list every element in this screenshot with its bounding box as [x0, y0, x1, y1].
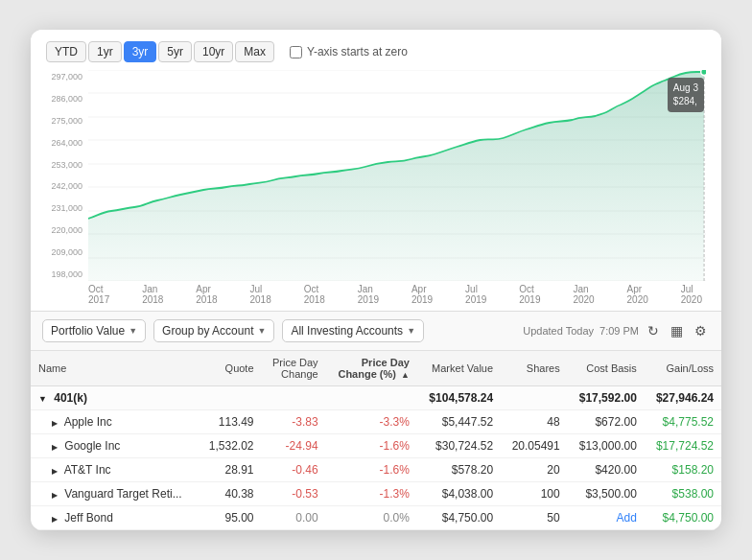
col-quote[interactable]: Quote: [198, 351, 261, 386]
y-label-0: 297,000: [46, 72, 86, 82]
row-day-change-pct-google: -1.6%: [326, 434, 417, 458]
row-quote-att: 28.91: [198, 458, 261, 482]
row-cost-basis-vanguard: $3,500.00: [568, 482, 645, 506]
row-name-apple[interactable]: ▶ Apple Inc: [31, 410, 198, 434]
time-btn-ytd[interactable]: YTD: [46, 41, 86, 62]
row-shares-google: 20.05491: [501, 434, 568, 458]
col-day-change[interactable]: Price DayChange: [262, 351, 326, 386]
time-btn-max[interactable]: Max: [235, 41, 274, 62]
updated-label: Updated Today: [523, 325, 594, 337]
group-name-401k[interactable]: ▼ 401(k): [31, 386, 198, 410]
main-card: YTD 1yr 3yr 5yr 10yr Max Y-axis starts a…: [31, 30, 721, 530]
holdings-table: Name Quote Price DayChange Price DayChan…: [31, 351, 721, 530]
row-toggle-att[interactable]: ▶: [52, 467, 58, 476]
group-shares-401k: [501, 386, 568, 410]
time-btn-10yr[interactable]: 10yr: [194, 41, 233, 62]
col-cost-basis[interactable]: Cost Basis: [568, 351, 645, 386]
accounts-dropdown[interactable]: All Investing Accounts ▼: [282, 319, 424, 342]
row-day-change-att: -0.46: [262, 458, 326, 482]
grid-icon[interactable]: ▦: [668, 321, 686, 340]
time-btn-5yr[interactable]: 5yr: [158, 41, 192, 62]
group-by-dropdown[interactable]: Group by Account ▼: [153, 319, 274, 342]
row-name-vanguard[interactable]: ▶ Vanguard Target Reti...: [31, 482, 198, 506]
y-label-3: 264,000: [46, 138, 86, 148]
y-label-7: 220,000: [46, 225, 86, 235]
row-quote-vanguard: 40.38: [198, 482, 261, 506]
row-cost-basis-google: $13,000.00: [568, 434, 645, 458]
time-btn-1yr[interactable]: 1yr: [88, 41, 122, 62]
group-market-value-401k: $104,578.24: [417, 386, 501, 410]
row-market-value-apple: $5,447.52: [417, 410, 501, 434]
y-label-6: 231,000: [46, 203, 86, 213]
portfolio-value-dropdown[interactable]: Portfolio Value ▼: [42, 319, 146, 342]
chart-toolbar: YTD 1yr 3yr 5yr 10yr Max Y-axis starts a…: [46, 41, 706, 62]
y-label-8: 209,000: [46, 247, 86, 257]
col-shares[interactable]: Shares: [501, 351, 568, 386]
row-market-value-jeffbond: $4,750.00: [417, 506, 501, 530]
group-day-change-pct-401k: [326, 386, 417, 410]
y-axis-checkbox[interactable]: [290, 46, 302, 58]
col-market-value[interactable]: Market Value: [417, 351, 501, 386]
x-label-8: Oct2019: [519, 284, 540, 305]
chart-svg: [88, 70, 706, 281]
row-quote-jeffbond: 95.00: [198, 506, 261, 530]
row-day-change-pct-vanguard: -1.3%: [326, 482, 417, 506]
y-label-5: 242,000: [46, 181, 86, 191]
row-toggle-google[interactable]: ▶: [52, 443, 58, 452]
row-name-google[interactable]: ▶ Google Inc: [31, 434, 198, 458]
row-day-change-pct-jeffbond: 0.0%: [326, 506, 417, 530]
x-label-7: Jul2019: [465, 284, 486, 305]
row-toggle-jeffbond[interactable]: ▶: [52, 515, 58, 524]
tooltip-label: Aug 3: [673, 82, 698, 95]
col-name[interactable]: Name: [31, 351, 198, 386]
row-shares-apple: 48: [501, 410, 568, 434]
row-day-change-google: -24.94: [262, 434, 326, 458]
row-gain-loss-att: $158.20: [645, 458, 721, 482]
refresh-icon[interactable]: ↻: [645, 321, 662, 340]
row-cost-basis-att: $420.00: [568, 458, 645, 482]
x-label-11: Jul2020: [681, 284, 702, 305]
row-toggle-apple[interactable]: ▶: [52, 419, 58, 428]
row-name-jeffbond[interactable]: ▶ Jeff Bond: [31, 506, 198, 530]
x-axis-labels: Oct2017 Jan2018 Apr2018 Jul2018 Oct2018 …: [46, 281, 706, 311]
row-gain-loss-google: $17,724.52: [645, 434, 721, 458]
row-toggle-vanguard[interactable]: ▶: [52, 491, 58, 500]
x-label-9: Jan2020: [573, 284, 594, 305]
y-label-9: 198,000: [46, 269, 86, 279]
col-day-change-pct[interactable]: Price DayChange (%) ▲: [326, 351, 417, 386]
row-day-change-apple: -3.83: [262, 410, 326, 434]
portfolio-dropdown-arrow: ▼: [129, 326, 137, 336]
group-toggle-401k[interactable]: ▼: [38, 394, 47, 404]
row-shares-vanguard: 100: [501, 482, 568, 506]
row-day-change-jeffbond: 0.00: [262, 506, 326, 530]
row-market-value-att: $578.20: [417, 458, 501, 482]
group-gain-loss-401k: $27,946.24: [645, 386, 721, 410]
chart-tooltip: Aug 3 $284,: [668, 78, 704, 112]
row-gain-loss-jeffbond: $4,750.00: [645, 506, 721, 530]
updated-info: Updated Today 7:09 PM ↻ ▦ ⚙: [523, 321, 710, 340]
table-row: ▶ AT&T Inc 28.91 -0.46 -1.6% $578.20 20 …: [31, 458, 721, 482]
accounts-arrow: ▼: [407, 326, 415, 336]
row-shares-jeffbond: 50: [501, 506, 568, 530]
y-label-2: 275,000: [46, 116, 86, 126]
group-row-401k: ▼ 401(k) $104,578.24 $17,592.00 $27,946.…: [31, 386, 721, 410]
row-cost-basis-jeffbond[interactable]: Add: [568, 506, 645, 530]
time-btn-3yr[interactable]: 3yr: [124, 41, 157, 62]
x-label-0: Oct2017: [88, 284, 109, 305]
row-market-value-google: $30,724.52: [417, 434, 501, 458]
row-day-change-vanguard: -0.53: [262, 482, 326, 506]
x-label-4: Oct2018: [304, 284, 325, 305]
updated-time: 7:09 PM: [599, 325, 639, 337]
x-label-3: Jul2018: [249, 284, 270, 305]
row-day-change-pct-apple: -3.3%: [326, 410, 417, 434]
group-by-arrow: ▼: [257, 326, 266, 336]
col-gain-loss[interactable]: Gain/Loss: [645, 351, 721, 386]
row-quote-google: 1,532.02: [198, 434, 261, 458]
group-day-change-401k: [262, 386, 326, 410]
row-name-att[interactable]: ▶ AT&T Inc: [31, 458, 198, 482]
settings-icon[interactable]: ⚙: [692, 321, 710, 340]
y-axis-checkbox-label[interactable]: Y-axis starts at zero: [290, 45, 408, 58]
table-row: ▶ Apple Inc 113.49 -3.83 -3.3% $5,447.52…: [31, 410, 721, 434]
row-market-value-vanguard: $4,038.00: [417, 482, 501, 506]
row-day-change-pct-att: -1.6%: [326, 458, 417, 482]
